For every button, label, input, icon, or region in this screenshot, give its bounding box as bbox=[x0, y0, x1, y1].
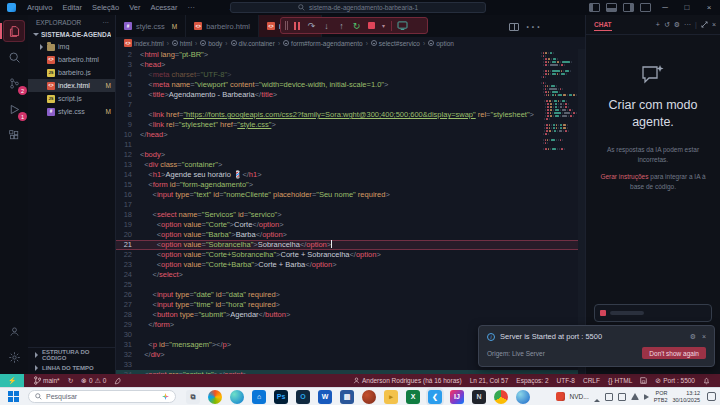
save-indicator[interactable] bbox=[636, 377, 651, 384]
file-img[interactable]: img bbox=[28, 40, 115, 53]
extensions-icon[interactable] bbox=[3, 124, 25, 146]
close-button[interactable]: × bbox=[698, 0, 720, 15]
code-line[interactable]: 15 <form id="form-agendamento"> bbox=[116, 180, 585, 190]
menu-acessar[interactable]: Acessar bbox=[145, 3, 182, 12]
run-debug-icon[interactable]: 1 bbox=[3, 98, 25, 120]
code-line[interactable]: 20 <option value="Barba">Barba</option> bbox=[116, 230, 585, 240]
indentation[interactable]: Espaços: 2 bbox=[512, 377, 552, 384]
history-icon[interactable]: ↺ bbox=[664, 21, 670, 29]
tab-chat[interactable]: CHAT bbox=[594, 21, 612, 31]
intellij-icon[interactable]: IJ bbox=[450, 390, 464, 404]
code-line[interactable]: 19 <option value="Corte">Corte</option> bbox=[116, 220, 585, 230]
explorer-more-icon[interactable]: ··· bbox=[103, 19, 110, 26]
live-server-port[interactable]: ⊘Port : 5500 bbox=[651, 377, 699, 385]
drag-handle-icon[interactable] bbox=[285, 21, 288, 30]
volume-icon[interactable] bbox=[644, 394, 649, 400]
toggle-panel-icon[interactable] bbox=[606, 3, 617, 12]
language-mode[interactable]: {}HTML bbox=[604, 377, 636, 384]
menu-item[interactable]: ··· bbox=[183, 3, 201, 12]
nvidia-icon[interactable] bbox=[556, 392, 565, 401]
notifications[interactable] bbox=[699, 377, 714, 385]
code-line[interactable]: 25 bbox=[116, 280, 585, 290]
taskbar-search[interactable]: Pesquisar bbox=[28, 390, 176, 403]
word-icon[interactable]: W bbox=[318, 390, 332, 404]
tab-barbeiro-html[interactable]: barbeiro.html bbox=[186, 15, 259, 37]
new-chat-icon[interactable]: + bbox=[656, 21, 660, 28]
firefox-icon[interactable] bbox=[362, 390, 376, 404]
tray-chevron-up-icon[interactable] bbox=[594, 394, 600, 400]
excel-icon[interactable]: X bbox=[406, 390, 420, 404]
git-branch[interactable]: main* bbox=[30, 376, 64, 385]
menu-arquivo[interactable]: Arquivo bbox=[22, 3, 57, 12]
expand-chat-icon[interactable] bbox=[701, 21, 708, 28]
breadcrumb-item[interactable]: form#form-agendamento bbox=[283, 40, 363, 47]
notification-center-icon[interactable] bbox=[707, 392, 716, 401]
chat-input[interactable] bbox=[594, 304, 712, 322]
vscode-icon[interactable]: ❮ bbox=[428, 390, 442, 404]
copilot-icon[interactable] bbox=[208, 390, 222, 404]
display-icon[interactable] bbox=[618, 393, 626, 401]
menu-editar[interactable]: Editar bbox=[57, 3, 87, 12]
encoding[interactable]: UTF-8 bbox=[553, 377, 579, 384]
code-line[interactable]: 11 bbox=[116, 140, 585, 150]
code-line[interactable]: 3<head> bbox=[116, 60, 585, 70]
outline-section[interactable]: ESTRUTURA DO CÓDIGO bbox=[28, 348, 115, 361]
edge-icon[interactable] bbox=[230, 390, 244, 404]
blame-info[interactable]: Anderson Rodrigues (há 16 horas) bbox=[349, 377, 466, 384]
editor-more-icon[interactable]: ··· bbox=[525, 18, 541, 36]
code-line[interactable]: 22 <option value="Corte+Sobrancelha">Cor… bbox=[116, 250, 585, 260]
dont-show-again-button[interactable]: Don't show again bbox=[642, 347, 706, 359]
code-line[interactable]: 7 bbox=[116, 100, 585, 110]
problems-indicator[interactable]: ⊗ 0 ⚠ 0 bbox=[77, 377, 110, 385]
source-control-icon[interactable]: 2 bbox=[3, 72, 25, 94]
outlook-icon[interactable]: O bbox=[296, 390, 310, 404]
breadcrumb-item[interactable]: div.container bbox=[231, 40, 275, 47]
code-line[interactable]: 8 <link href="https://fonts.googleapis.c… bbox=[116, 110, 585, 120]
code-line[interactable]: 26 <input type="date" id="data" required… bbox=[116, 290, 585, 300]
code-line[interactable]: 4 <meta charset="UTF-8"> bbox=[116, 70, 585, 80]
screencast-icon[interactable] bbox=[396, 19, 409, 32]
chrome-icon[interactable] bbox=[494, 390, 508, 404]
menu-ver[interactable]: Ver bbox=[124, 3, 145, 12]
code-line[interactable]: 28 <button type="submit">Agendar</button… bbox=[116, 310, 585, 320]
step-out-icon[interactable]: ↑ bbox=[335, 19, 348, 32]
pause-icon[interactable] bbox=[290, 19, 303, 32]
breadcrumb-item[interactable]: select#servico bbox=[371, 40, 420, 47]
stop-dropdown-icon[interactable]: ▾ bbox=[380, 19, 387, 32]
customize-layout-icon[interactable] bbox=[640, 3, 651, 12]
code-line[interactable]: 17 bbox=[116, 200, 585, 210]
task-view-icon[interactable]: ⧉ bbox=[186, 390, 200, 404]
command-center[interactable]: sistema-de-agendamento-barbearia-1 bbox=[230, 2, 486, 13]
breadcrumb-item[interactable]: option bbox=[428, 40, 454, 47]
file-barbeiro-html[interactable]: barbeiro.html bbox=[28, 53, 115, 66]
code-line[interactable]: 24 </select> bbox=[116, 270, 585, 280]
settings-gear-icon[interactable] bbox=[3, 346, 25, 368]
breadcrumb-item[interactable]: body bbox=[200, 40, 222, 47]
file-style-css[interactable]: style.cssM bbox=[28, 105, 115, 118]
minimize-button[interactable]: ─ bbox=[654, 0, 676, 15]
code-line[interactable]: 9 <link rel="stylesheet" href="style.css… bbox=[116, 120, 585, 130]
code-line[interactable]: 13 <div class="container"> bbox=[116, 160, 585, 170]
code-line[interactable]: 10</head> bbox=[116, 130, 585, 140]
notification-settings-icon[interactable]: ⚙ bbox=[690, 333, 696, 341]
security-icon[interactable] bbox=[605, 393, 613, 401]
code-line[interactable]: 5 <meta name="viewport" content="width=d… bbox=[116, 80, 585, 90]
split-editor-icon[interactable] bbox=[509, 23, 519, 31]
sync-icon[interactable]: ↻ bbox=[64, 377, 77, 385]
code-line[interactable]: 23 <option value="Corte+Barba">Corte + B… bbox=[116, 260, 585, 270]
file-index-html[interactable]: index.htmlM bbox=[28, 79, 115, 92]
eol[interactable]: CRLF bbox=[579, 377, 604, 384]
file-explorer-icon[interactable]: ▸ bbox=[384, 390, 398, 404]
search-icon[interactable] bbox=[3, 46, 25, 68]
code-line[interactable]: 34 <script src="script.js"></script> bbox=[116, 370, 585, 374]
generate-instructions-link[interactable]: Gerar instruções bbox=[600, 173, 648, 180]
close-chat-icon[interactable]: × bbox=[712, 21, 716, 28]
clock[interactable]: 13:1230/10/2025 bbox=[672, 390, 700, 402]
code-line[interactable]: 27 <input type="time" id="hora" required… bbox=[116, 300, 585, 310]
breadcrumb-item[interactable]: html bbox=[172, 40, 192, 47]
code-line[interactable]: 6 <title>Agendamento - Barbearia</title> bbox=[116, 90, 585, 100]
cursor-position[interactable]: Ln 21, Col 57 bbox=[466, 377, 513, 384]
language-indicator[interactable]: PORPTB2 bbox=[654, 390, 668, 402]
account-icon[interactable] bbox=[3, 320, 25, 342]
code-line[interactable]: 12<body> bbox=[116, 150, 585, 160]
